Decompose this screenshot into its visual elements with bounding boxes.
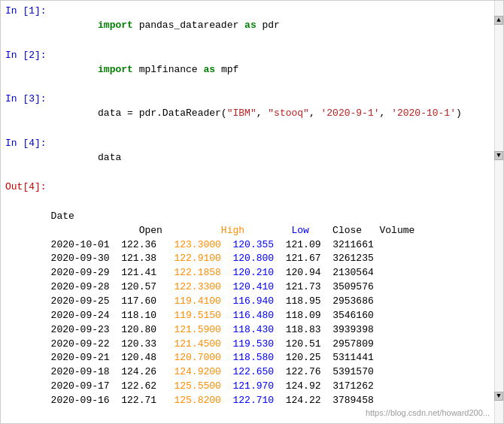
scrollbar[interactable]: ▲ ▼ ▼: [494, 1, 503, 423]
cell-1-text: pandas_datareader: [133, 20, 244, 31]
scroll-mid-btn[interactable]: ▼: [494, 151, 503, 160]
cell-2-alias: mpf: [215, 64, 238, 75]
notebook: In [1]: import pandas_datareader as pdr …: [0, 0, 504, 424]
cell-3-content: data = pdr.DataReader("IBM", "stooq", '2…: [51, 93, 499, 135]
cell-4-table: Date Open High Low Close Volume 2020-10-…: [51, 181, 499, 407]
cell-3-str3: '2020-9-1': [321, 108, 380, 119]
keyword-import-1: import: [98, 20, 133, 31]
keyword-import-2: import: [98, 64, 133, 75]
keyword-as-1: as: [244, 20, 257, 31]
cell-3-comma3: ,: [380, 108, 392, 119]
cell-3-comma2: ,: [309, 108, 321, 119]
cell-4-content: data: [51, 138, 499, 179]
cell-1-content: import pandas_datareader as pdr: [51, 5, 499, 47]
cell-3-var: data = pdr.DataReader(: [98, 108, 227, 119]
cell-2: In [2]: import mplfinance as mpf: [1, 48, 503, 92]
cell-3-str1: "IBM": [227, 108, 257, 119]
cell-1: In [1]: import pandas_datareader as pdr: [1, 4, 503, 48]
cell-area[interactable]: In [1]: import pandas_datareader as pdr …: [1, 1, 503, 407]
scroll-up-btn[interactable]: ▲: [494, 16, 503, 25]
cell-1-prompt: In [1]:: [5, 5, 51, 17]
table-container: Date Open High Low Close Volume 2020-10-…: [51, 210, 499, 407]
cell-4-prompt-out: Out[4]:: [5, 181, 51, 192]
keyword-as-2: as: [203, 64, 215, 75]
cell-3: In [3]: data = pdr.DataReader("IBM", "st…: [1, 92, 503, 136]
cell-2-prompt: In [2]:: [5, 50, 51, 61]
cell-3-paren: ): [456, 108, 462, 119]
cell-1-alias: pdr: [257, 20, 280, 31]
scroll-down-btn[interactable]: ▼: [494, 392, 503, 401]
cell-2-content: import mplfinance as mpf: [51, 50, 499, 91]
watermark: https://blog.csdn.net/howard200...: [366, 408, 490, 417]
cell-4-out: Out[4]: Date Open High Low Close Volume …: [1, 180, 503, 407]
cell-3-str4: '2020-10-1': [391, 108, 456, 119]
cell-3-prompt: In [3]:: [5, 93, 51, 104]
cell-2-text: mplfinance: [133, 64, 204, 75]
cell-4-prompt-in: In [4]:: [5, 138, 51, 149]
cell-3-comma1: ,: [257, 108, 269, 119]
cell-3-str2: "stooq": [268, 108, 309, 119]
cell-4-in: In [4]: data: [1, 136, 503, 180]
cell-4-var: data: [98, 152, 121, 163]
